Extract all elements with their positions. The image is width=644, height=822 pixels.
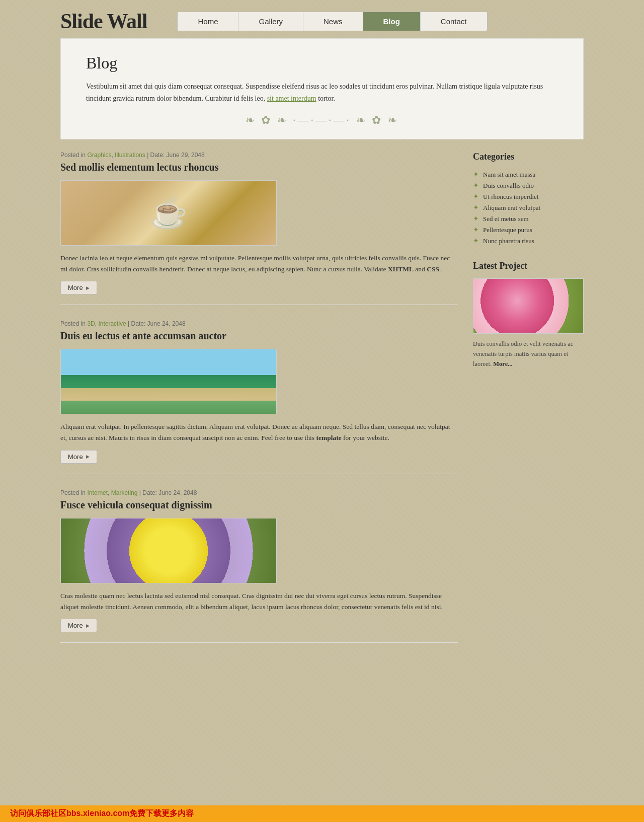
hero-link[interactable]: sit amet interdum: [267, 95, 316, 102]
post-2-title: Duis eu lectus et ante accumsan auctor: [60, 330, 458, 342]
sidebar-categories: Categories ✦Nam sit amet massa ✦Duis con…: [473, 152, 584, 247]
post-2: Posted in 3D, Interactive | Date: June 2…: [60, 320, 458, 474]
post-1: Posted in Graphics, Illustrations | Date…: [60, 152, 458, 306]
sidebar: Categories ✦Nam sit amet massa ✦Duis con…: [473, 152, 584, 383]
nav-blog[interactable]: Blog: [363, 12, 421, 31]
posts-section: Posted in Graphics, Illustrations | Date…: [60, 152, 458, 658]
blog-hero: Blog Vestibulum sit amet dui quis diam c…: [60, 38, 584, 139]
post-3-cat-marketing[interactable]: Marketing: [111, 489, 138, 496]
nav-home[interactable]: Home: [178, 12, 238, 31]
cat-icon-2: ✦: [473, 193, 479, 200]
post-1-meta: Posted in Graphics, Illustrations | Date…: [60, 152, 458, 159]
list-item[interactable]: ✦Aliquam erat volutpat: [473, 202, 584, 213]
nav-gallery[interactable]: Gallery: [238, 12, 303, 31]
main-nav: Home Gallery News Blog Contact: [177, 12, 487, 31]
sidebar-latest-project: Latest Project Duis convallis odio et ve…: [473, 261, 584, 369]
nav-news[interactable]: News: [303, 12, 363, 31]
hero-text: Vestibulum sit amet dui quis diam conseq…: [86, 81, 558, 105]
post-1-cat-illustrations[interactable]: Illustrations: [115, 152, 145, 159]
post-3-meta: Posted in Internet, Marketing | Date: Ju…: [60, 489, 458, 496]
nav-contact[interactable]: Contact: [421, 12, 487, 31]
cat-icon-4: ✦: [473, 215, 479, 222]
post-1-image: [60, 180, 277, 246]
watermark: 访问俱乐部社区bbs.xieniao.com免费下载更多内容: [0, 805, 644, 822]
post-3-title: Fusce vehicula consequat dignissim: [60, 499, 458, 511]
list-item[interactable]: ✦Nunc pharetra risus: [473, 236, 584, 247]
post-1-text: Donec lacinia leo et neque elementum qui…: [60, 253, 458, 275]
post-2-meta: Posted in 3D, Interactive | Date: June 2…: [60, 320, 458, 327]
post-1-cat-graphics[interactable]: Graphics: [87, 152, 111, 159]
cat-icon-3: ✦: [473, 204, 479, 211]
post-3: Posted in Internet, Marketing | Date: Ju…: [60, 489, 458, 643]
latest-project-text: Duis convallis odio et velit venenatis a…: [473, 339, 584, 369]
post-3-more-button[interactable]: More: [60, 619, 97, 632]
post-2-image: [60, 349, 277, 414]
cat-icon-6: ✦: [473, 238, 479, 245]
list-item[interactable]: ✦Duis convallis odio: [473, 180, 584, 191]
categories-heading: Categories: [473, 152, 584, 162]
blog-heading: Blog: [86, 54, 558, 72]
latest-project-more-link[interactable]: More...: [493, 360, 512, 367]
divider-ornament: ❧ ✿ ❧ ·—·—·—· ❧ ✿ ❧: [86, 114, 558, 127]
list-item[interactable]: ✦Ut rhoncus imperdiet: [473, 191, 584, 202]
post-3-cat-internet[interactable]: Internet: [87, 489, 108, 496]
post-3-text: Cras molestie quam nec lectus lacinia se…: [60, 590, 458, 613]
post-2-more-button[interactable]: More: [60, 450, 97, 464]
latest-project-heading: Latest Project: [473, 261, 584, 271]
post-3-image: [60, 518, 277, 583]
list-item[interactable]: ✦Sed et metus sem: [473, 213, 584, 225]
cat-icon-1: ✦: [473, 182, 479, 189]
post-2-cat-3d[interactable]: 3D: [87, 320, 95, 327]
site-title: Slide Wall: [60, 9, 147, 33]
post-1-more-button[interactable]: More: [60, 281, 97, 294]
post-2-cat-interactive[interactable]: Interactive: [98, 320, 126, 327]
latest-project-image: [473, 278, 584, 334]
list-item[interactable]: ✦Nam sit amet massa: [473, 169, 584, 180]
post-2-text: Aliquam erat volutpat. In pellentesque s…: [60, 421, 458, 444]
post-1-title: Sed mollis elementum lectus rhoncus: [60, 162, 458, 173]
cat-icon-0: ✦: [473, 171, 479, 178]
categories-list: ✦Nam sit amet massa ✦Duis convallis odio…: [473, 169, 584, 247]
cat-icon-5: ✦: [473, 227, 479, 234]
list-item[interactable]: ✦Pellentesque purus: [473, 225, 584, 236]
